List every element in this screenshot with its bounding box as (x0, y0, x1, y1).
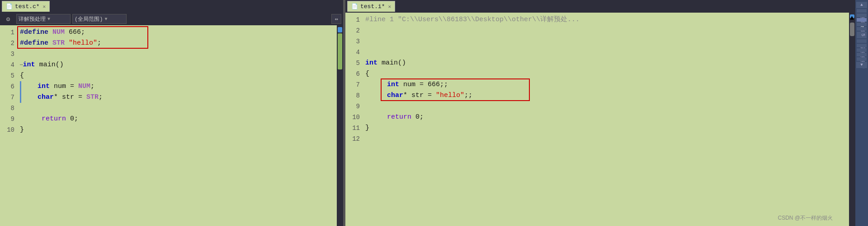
code-line-4: ─ int main() (20, 60, 333, 70)
right-line-numbers: 1 2 3 4 5 6 7 8 9 10 11 12 (345, 13, 362, 226)
right-code-line-3 (365, 36, 845, 47)
code-line-6: int num = NUM ; (20, 81, 333, 92)
code-define-kw-1: #define (20, 27, 48, 38)
left-scroll-thumb[interactable] (338, 27, 342, 32)
gear-button[interactable]: ⚙ (2, 13, 14, 25)
left-panel: 📄 test.c* ✕ ⚙ 详解预处理 ▼ (全局范围) ▼ ⇔ 1 2 3 4… (0, 0, 344, 226)
sidebar-label-1[interactable]: 逻 (857, 9, 867, 13)
sidebar-label-11[interactable]: 逻 (857, 57, 867, 61)
sidebar-label-6[interactable]: 5 (857, 32, 867, 38)
left-toolbar: ⚙ 详解预处理 ▼ (全局范围) ▼ ⇔ (0, 13, 343, 25)
sidebar-label-8[interactable]: 逻 (857, 44, 867, 47)
code-int-kw-6: int (38, 81, 50, 92)
code-line-2: #define STR "hello" ; (20, 38, 333, 49)
code-int-kw-4: int (23, 60, 35, 70)
right-code-line-9 (365, 101, 845, 112)
code-line-9: return 0; (20, 114, 333, 125)
left-line-numbers: 1 2 3 4 5 6 7 8 9 10 (0, 25, 16, 226)
sidebar-label-5[interactable]: 寺 (857, 27, 867, 31)
right-tab-file-icon: 📄 (351, 3, 358, 10)
code-char-kw-7: char (38, 92, 54, 103)
split-button[interactable]: ⇔ (331, 14, 341, 24)
code-line-8 (20, 103, 333, 114)
left-tab-label: test.c* (15, 3, 40, 10)
right-tab-close[interactable]: ✕ (388, 4, 392, 9)
watermark: CSDN @不一样的烟火 (778, 212, 833, 223)
right-panel: 📄 test.i* ✕ 1 2 3 4 5 6 7 8 9 10 11 12 #… (345, 0, 855, 226)
left-tab-bar: 📄 test.c* ✕ (0, 0, 343, 13)
right-code-content[interactable]: #line 1 "C:\\Users\\86183\\Desktop\\othe… (362, 13, 849, 226)
right-code-line-1: #line 1 "C:\\Users\\86183\\Desktop\\othe… (365, 14, 845, 25)
left-code-content[interactable]: #define NUM 666; #define STR "hello" ; ─… (16, 25, 337, 226)
code-macro-str: STR (52, 38, 65, 49)
right-scrollbar[interactable]: ▲ (849, 13, 855, 226)
right-code-line-12 (365, 134, 845, 144)
sidebar-label-2[interactable]: 辑 (857, 14, 867, 17)
right-code-line-6: { (365, 69, 845, 79)
code-line-1: #define NUM 666; (20, 27, 333, 38)
left-code-area: 1 2 3 4 5 6 7 8 9 10 #define NUM 666; #d… (0, 25, 343, 226)
right-scroll-thumb[interactable] (850, 23, 854, 36)
right-code-line-2 (365, 25, 845, 36)
right-code-int-kw-5: int (365, 58, 377, 69)
tab-file-icon: 📄 (6, 3, 13, 10)
code-return-kw: return (42, 114, 66, 125)
right-scroll-up[interactable]: ▲ (850, 14, 854, 18)
range-select-arrow: ▼ (104, 17, 107, 22)
left-tab-testc[interactable]: 📄 test.c* ✕ (2, 1, 50, 12)
right-code-str-val: "hello" (436, 90, 464, 101)
right-code-line-8: char * str = "hello" ;; (365, 90, 845, 101)
scope-select-arrow: ▼ (47, 17, 50, 22)
right-tab-bar: 📄 test.i* ✕ (345, 0, 855, 13)
scope-select-label: 详解预处理 (19, 15, 46, 23)
sidebar-label-10[interactable]: 逻 (857, 53, 867, 56)
code-str-hello: "hello" (69, 38, 97, 49)
right-tab-label: test.i* (360, 3, 385, 10)
code-macro-num: NUM (52, 27, 65, 38)
code-line-7: char * str = STR ; (20, 92, 333, 103)
right-code-line-10: return 0; (365, 112, 845, 123)
right-code-char-kw-8: char (387, 90, 403, 101)
code-line-10: } (20, 125, 333, 135)
right-code-return-kw: return (387, 112, 411, 123)
sidebar-scroll-up[interactable]: ▲ (856, 2, 867, 8)
sidebar-label-9[interactable]: 逻 (857, 48, 867, 52)
right-code-line-11: } (365, 123, 845, 134)
left-tab-close[interactable]: ✕ (43, 4, 46, 9)
code-define-kw-2: #define (20, 38, 48, 49)
scope-select[interactable]: 详解预处理 ▼ (16, 14, 71, 24)
sidebar-scroll-down[interactable]: ▼ (856, 62, 867, 68)
far-right-sidebar: ▲ 逻 辑 罗 辑 寺 5 刻 逻 逻 逻 逻 ▼ (855, 0, 868, 226)
range-select-label: (全局范围) (75, 15, 103, 23)
code-line-3 (20, 49, 333, 60)
left-scrollbar[interactable] (337, 25, 343, 226)
right-code-line-7: int num = 666;; (365, 79, 845, 90)
sidebar-label-7[interactable]: 刻 (857, 39, 867, 43)
right-code-line-5: int main() (365, 58, 845, 69)
right-code-line-4 (365, 47, 845, 58)
code-line-5: { (20, 70, 333, 81)
left-scroll-highlight (338, 33, 342, 69)
sidebar-label-4[interactable]: 辑 (857, 23, 867, 26)
range-select[interactable]: (全局范围) ▼ (72, 14, 127, 24)
sidebar-label-3[interactable]: 罗 (857, 18, 867, 22)
right-code-int-kw-7: int (387, 79, 399, 90)
right-code-area: 1 2 3 4 5 6 7 8 9 10 11 12 #line 1 "C:\\… (345, 13, 855, 226)
right-tab-testi[interactable]: 📄 test.i* ✕ (347, 1, 395, 12)
